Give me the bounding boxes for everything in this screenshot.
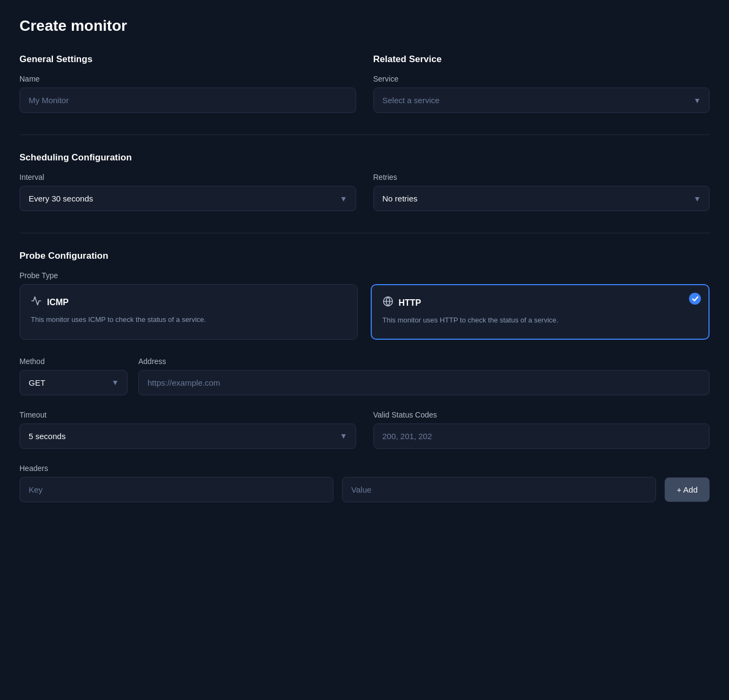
address-input[interactable] bbox=[138, 370, 710, 395]
general-settings-title: General Settings bbox=[19, 54, 356, 65]
retries-select-wrapper: No retries 1 retry 2 retries 3 retries ▼ bbox=[373, 186, 710, 211]
name-input[interactable] bbox=[19, 88, 356, 113]
method-field: Method GET POST PUT DELETE PATCH ▼ bbox=[19, 357, 128, 395]
headers-row: + Add bbox=[19, 477, 710, 502]
http-description: This monitor uses HTTP to check the stat… bbox=[383, 315, 698, 326]
name-label: Name bbox=[19, 75, 356, 83]
icmp-title: ICMP bbox=[47, 298, 69, 307]
header-key-input[interactable] bbox=[19, 477, 333, 502]
method-select-wrapper: GET POST PUT DELETE PATCH ▼ bbox=[19, 370, 128, 395]
general-settings-section: General Settings Name bbox=[19, 54, 356, 113]
add-header-button[interactable]: + Add bbox=[665, 477, 710, 502]
related-service-title: Related Service bbox=[373, 54, 710, 65]
status-codes-field: Valid Status Codes bbox=[373, 410, 710, 449]
probe-card-icmp[interactable]: ICMP This monitor uses ICMP to check the… bbox=[19, 284, 358, 340]
retries-label: Retries bbox=[373, 173, 710, 181]
service-select[interactable]: Select a service bbox=[373, 88, 710, 113]
interval-field: Interval Every 30 seconds Every 1 minute… bbox=[19, 173, 356, 211]
service-select-wrapper: Select a service ▼ bbox=[373, 88, 710, 113]
interval-select-wrapper: Every 30 seconds Every 1 minute Every 5 … bbox=[19, 186, 356, 211]
probe-type-label: Probe Type bbox=[19, 271, 710, 280]
related-service-section: Related Service Service Select a service… bbox=[373, 54, 710, 113]
scheduling-title: Scheduling Configuration bbox=[19, 152, 710, 163]
timeout-select[interactable]: 5 seconds 10 seconds 15 seconds 30 secon… bbox=[19, 423, 356, 449]
retries-field: Retries No retries 1 retry 2 retries 3 r… bbox=[373, 173, 710, 211]
retries-select[interactable]: No retries 1 retry 2 retries 3 retries bbox=[373, 186, 710, 211]
probe-config-title: Probe Configuration bbox=[19, 251, 710, 261]
http-title: HTTP bbox=[399, 298, 422, 308]
headers-section: Headers + Add bbox=[19, 464, 710, 502]
headers-label: Headers bbox=[19, 464, 710, 473]
probe-card-http[interactable]: HTTP This monitor uses HTTP to check the… bbox=[371, 284, 710, 340]
http-selected-badge bbox=[689, 293, 701, 305]
status-codes-label: Valid Status Codes bbox=[373, 410, 710, 419]
globe-icon bbox=[383, 296, 393, 309]
address-field: Address bbox=[138, 357, 710, 395]
method-label: Method bbox=[19, 357, 128, 366]
icmp-description: This monitor uses ICMP to check the stat… bbox=[31, 314, 346, 325]
pulse-icon bbox=[31, 295, 42, 309]
page-title: Create monitor bbox=[19, 17, 710, 35]
method-select[interactable]: GET POST PUT DELETE PATCH bbox=[19, 370, 128, 395]
status-codes-input[interactable] bbox=[373, 423, 710, 449]
timeout-select-wrapper: 5 seconds 10 seconds 15 seconds 30 secon… bbox=[19, 423, 356, 449]
address-label: Address bbox=[138, 357, 710, 366]
timeout-label: Timeout bbox=[19, 410, 356, 419]
interval-select[interactable]: Every 30 seconds Every 1 minute Every 5 … bbox=[19, 186, 356, 211]
header-value-input[interactable] bbox=[342, 477, 656, 502]
timeout-status-row: Timeout 5 seconds 10 seconds 15 seconds … bbox=[19, 410, 710, 449]
service-label: Service bbox=[373, 75, 710, 83]
timeout-field: Timeout 5 seconds 10 seconds 15 seconds … bbox=[19, 410, 356, 449]
interval-label: Interval bbox=[19, 173, 356, 181]
method-address-row: Method GET POST PUT DELETE PATCH ▼ Addre… bbox=[19, 357, 710, 395]
probe-cards-container: ICMP This monitor uses ICMP to check the… bbox=[19, 284, 710, 340]
